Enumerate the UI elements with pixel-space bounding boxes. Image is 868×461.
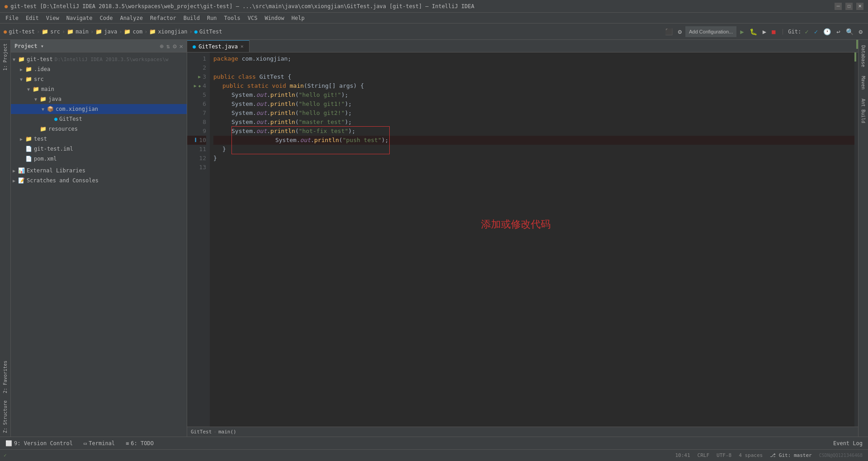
bottom-tab-todo[interactable]: ≡ 6: TODO [122, 438, 157, 448]
maximize-button[interactable]: □ [845, 3, 853, 10]
tree-item-root[interactable]: ▼ 📁 git-test D:\IntelliJ IDEA 2018.3.5\w… [11, 54, 187, 64]
external-libs-icon: 📊 [18, 167, 25, 174]
bottom-tab-terminal[interactable]: ▭ Terminal [80, 438, 118, 448]
menu-vcs[interactable]: VCS [244, 14, 261, 22]
tree-item-iml[interactable]: ▶ 📄 git-test.iml [11, 144, 187, 154]
code-line-2 [213, 63, 854, 72]
tree-arrow-java: ▼ [34, 97, 40, 102]
gutter-line-6: 6 [187, 100, 206, 109]
editor-tab-gittest[interactable]: ● GitTest.java ✕ [187, 40, 250, 52]
menu-view[interactable]: View [42, 14, 63, 22]
breadcrumb-git-test[interactable]: git-test [9, 29, 35, 35]
minimize-button[interactable]: ─ [835, 3, 842, 10]
close-button[interactable]: ✕ [856, 3, 863, 10]
breadcrumb-gittest-file[interactable]: GitTest [191, 429, 212, 435]
breadcrumb-com[interactable]: com [132, 29, 142, 35]
menu-refactor[interactable]: Refactor [146, 14, 180, 22]
status-crlf[interactable]: CRLF [696, 452, 712, 458]
tree-item-gittest[interactable]: ▶ ● GitTest [11, 114, 187, 124]
menu-help[interactable]: Help [288, 14, 308, 22]
run-arrow-3[interactable]: ▶ [198, 72, 201, 81]
breadcrumb-gittest[interactable]: GitTest [199, 29, 222, 35]
structure-strip-label[interactable]: Z: Structure [2, 397, 9, 437]
folder-icon-main: 📁 [33, 86, 39, 92]
tab-close-button[interactable]: ✕ [241, 43, 244, 49]
settings-right-icon[interactable]: ⚙ [857, 27, 864, 36]
tree-item-test[interactable]: ▶ 📁 test [11, 134, 187, 144]
coverage-icon[interactable]: ▶ [761, 27, 768, 36]
menu-navigate[interactable]: Navigate [63, 14, 96, 22]
menu-analyze[interactable]: Analyze [116, 14, 146, 22]
status-indent[interactable]: 4 spaces [737, 452, 764, 458]
tree-item-external-libs[interactable]: ▶ 📊 External Libraries [11, 166, 187, 176]
toolbar-screen-icon[interactable]: ⬛ [663, 27, 675, 36]
breadcrumb-main-method[interactable]: main() [218, 429, 236, 435]
breadcrumb-xiongjian[interactable]: xiongjian [158, 29, 187, 35]
tree-item-idea[interactable]: ▶ 📁 .idea [11, 64, 187, 74]
favorites-strip-label[interactable]: 2: Favorites [2, 357, 9, 397]
breadcrumb-java[interactable]: java [104, 29, 117, 35]
code-editor[interactable]: 1 2 ▶ 3 ▶ ◆ 4 5 6 7 8 9 ▌ 10 [187, 52, 858, 427]
right-tab-database[interactable]: Database [860, 42, 867, 71]
todo-icon: ≡ [126, 440, 129, 447]
git-checkmark-green[interactable]: ✓ [803, 27, 810, 36]
tree-item-resources[interactable]: ▶ 📁 resources [11, 124, 187, 134]
breadcrumb-main[interactable]: main [75, 29, 89, 35]
gutter-line-11: 11 [187, 145, 206, 154]
tree-label-iml: git-test.iml [34, 146, 73, 152]
tree-item-scratches[interactable]: ▶ 📝 Scratches and Consoles [11, 176, 187, 185]
add-configuration-button[interactable]: Add Configuration... [685, 26, 736, 37]
tree-arrow-test: ▶ [20, 137, 25, 142]
status-line-col[interactable]: 10:41 [673, 452, 692, 458]
menu-file[interactable]: File [2, 14, 22, 22]
bottom-tab-version-control[interactable]: ⬜ 9: Version Control [2, 438, 76, 448]
tree-label-src: src [34, 76, 44, 82]
project-close-icon[interactable]: ✕ [179, 43, 183, 50]
bottom-tab-event-log[interactable]: Event Log [830, 438, 866, 448]
git-branch-label: Git: master [779, 452, 812, 458]
tree-item-src[interactable]: ▼ 📁 src [11, 74, 187, 84]
menu-run[interactable]: Run [203, 14, 221, 22]
project-collapse-icon[interactable]: ⇅ [166, 43, 170, 50]
terminal-icon: ▭ [84, 440, 87, 447]
menu-edit[interactable]: Edit [22, 14, 42, 22]
breadcrumb-src[interactable]: src [50, 29, 60, 35]
right-tab-maven[interactable]: Maven [860, 72, 867, 93]
tree-item-package[interactable]: ▼ 📦 com.xiongjian [11, 104, 187, 114]
menu-code[interactable]: Code [96, 14, 117, 22]
right-tab-ant-build[interactable]: Ant Build [860, 95, 867, 127]
tab-filename: GitTest.java [198, 43, 238, 50]
menu-build[interactable]: Build [180, 14, 203, 22]
code-line-12: } [213, 154, 854, 163]
gutter-line-12: 12 [187, 154, 206, 163]
project-strip-label[interactable]: 1: Project [2, 40, 9, 74]
tree-item-java[interactable]: ▼ 📁 java [11, 94, 187, 104]
tree-label-resources: resources [48, 126, 78, 132]
status-git-branch[interactable]: ⎇ Git: master [768, 452, 813, 458]
code-content[interactable]: package com.xiongjian; public class GitT… [210, 52, 858, 427]
git-history-icon[interactable]: 🕐 [821, 27, 833, 36]
search-icon[interactable]: 🔍 [844, 27, 855, 36]
project-locate-icon[interactable]: ⊕ [160, 43, 163, 50]
right-edge-indicator [854, 52, 858, 427]
title-bar: ● git-test [D:\IntelliJ IDEA 2018.3.5\wo… [0, 0, 868, 13]
folder-icon-test: 📁 [25, 136, 32, 142]
bottom-bar: ⬜ 9: Version Control ▭ Terminal ≡ 6: TOD… [0, 437, 868, 449]
tree-item-main[interactable]: ▼ 📁 main [11, 84, 187, 94]
right-sidebar-green-indicator [856, 40, 858, 49]
tree-item-pom[interactable]: ▶ 📄 pom.xml [11, 154, 187, 164]
status-encoding[interactable]: UTF-8 [715, 452, 733, 458]
menu-tools[interactable]: Tools [221, 14, 244, 22]
debug-icon[interactable]: 🐛 [748, 27, 759, 36]
git-rollback-icon[interactable]: ↩ [835, 27, 842, 36]
kw-package: package [213, 54, 242, 63]
git-checkmark-blue[interactable]: ✓ [812, 27, 820, 36]
run-arrow-4[interactable]: ▶ [194, 81, 197, 90]
toolbar-settings-icon[interactable]: ⚙ [676, 27, 684, 36]
project-settings-icon[interactable]: ⚙ [173, 43, 176, 50]
run-icon[interactable]: ▶ [738, 27, 745, 36]
stop-icon[interactable]: ■ [770, 27, 777, 36]
menu-window[interactable]: Window [261, 14, 288, 22]
code-line-1: package com.xiongjian; [213, 54, 854, 63]
todo-label: 6: TODO [131, 440, 154, 447]
